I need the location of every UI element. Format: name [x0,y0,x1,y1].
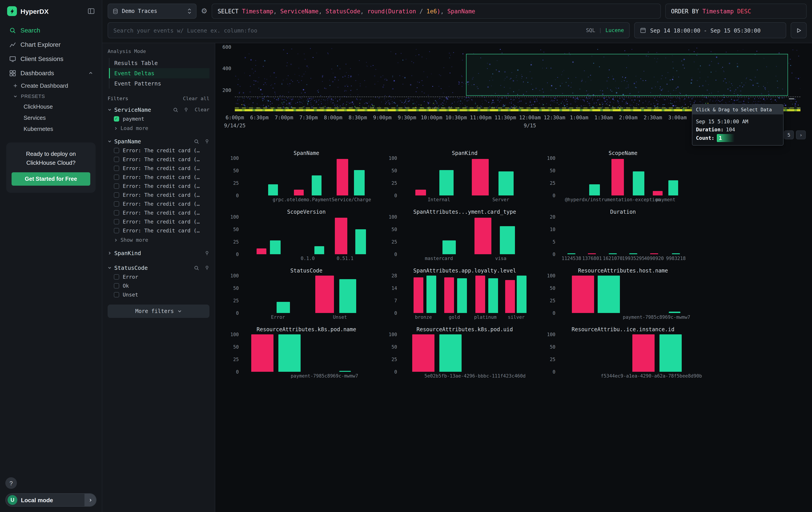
presets-toggle[interactable]: PRESETS [10,91,96,101]
local-mode-button[interactable]: U Local mode [5,493,96,507]
mini-chart-plot[interactable] [558,334,688,372]
mini-chart-plot[interactable] [242,334,371,372]
sidebar-item-search[interactable]: Search [6,23,96,37]
search-icon[interactable] [173,107,178,112]
sidebar-item-services[interactable]: Services [10,112,96,123]
filter-checkbox-row[interactable]: payment [108,114,209,123]
search-icon[interactable] [194,265,199,270]
checkbox[interactable] [114,219,119,224]
date-range-picker[interactable]: Sep 14 18:00:00 - Sep 15 05:30:00 [634,22,786,38]
filter-checkbox-row[interactable]: Unset [108,290,209,299]
filter-checkbox-row[interactable]: Error: The credit card (… [108,208,209,217]
mini-chart-plot[interactable] [400,334,529,372]
y-tick-label: 100 [230,332,239,337]
clear-all-button[interactable]: Clear all [183,96,209,102]
search-icon[interactable] [194,139,199,144]
sql-query-input[interactable]: SELECT Timestamp, ServiceName, StatusCod… [212,4,661,19]
mini-chart-xaxis: grpc.oteldemo.PaymentService/Charge [242,195,371,203]
help-button[interactable]: ? [5,477,17,489]
checkbox[interactable] [114,228,119,233]
filter-checkbox-row[interactable]: Error: The credit card (… [108,191,209,199]
create-dashboard-button[interactable]: Create Dashboard [10,80,96,91]
mini-chart-plot[interactable] [558,158,688,195]
mini-chart-body: 02550100 [541,276,688,313]
filter-group-header[interactable]: StatusCode [108,263,209,272]
x-tick-label: payment-7985c8969c-mwmw7 [291,373,358,378]
clear-filter-button[interactable]: Clear [195,107,209,113]
collapse-sidebar-icon[interactable] [88,7,95,15]
filter-checkbox-row[interactable]: Error: The credit card (… [108,164,209,173]
checkbox[interactable] [114,192,119,198]
checkbox[interactable] [114,283,119,289]
filter-checkbox-row[interactable]: Error: The credit card (… [108,173,209,182]
checkbox[interactable] [114,174,119,180]
checkbox[interactable] [114,116,119,122]
filter-checkbox-row[interactable]: Error: The credit card (… [108,217,209,226]
filter-checkbox-row[interactable]: Error: The credit card (… [108,226,209,235]
sidebar-item-dashboards[interactable]: Dashboards [6,66,96,80]
chevron-right-icon [114,238,118,242]
pin-icon[interactable] [184,107,188,112]
checkbox[interactable] [114,292,119,297]
checkbox[interactable] [114,166,119,171]
analysis-mode-option[interactable]: Event Patterns [109,78,209,89]
checkbox[interactable] [114,183,119,189]
filter-checkbox-row[interactable]: Error: The credit card (… [108,199,209,208]
checkbox[interactable] [114,201,119,207]
next-page-button[interactable]: › [796,131,806,139]
order-by-input[interactable]: ORDER BY Timestamp DESC [665,4,807,19]
order-by-token: DESC [737,8,751,15]
filter-checkbox-row[interactable]: Ok [108,281,209,290]
get-started-button[interactable]: Get Started for Free [11,172,90,186]
analysis-mode-option[interactable]: Event Deltas [109,68,209,78]
checkbox[interactable] [114,157,119,162]
filter-checkbox-row[interactable]: Error: The credit card (… [108,146,209,155]
heatmap-plot[interactable] [235,45,801,112]
lucene-mode-toggle[interactable]: Lucene [605,27,624,33]
source-select[interactable]: Demo Traces [108,4,197,19]
drag-selection-box[interactable] [466,54,788,96]
analysis-mode-option[interactable]: Results Table [109,58,209,68]
mini-chart-xaxis: f5344ec9-a1ea-4290-a62a-78f5bee8d90b [558,372,688,379]
sidebar-item-kubernetes[interactable]: Kubernetes [10,123,96,134]
mini-chart-xaxis: mastercardvisa [400,254,529,261]
tooltip-duration: Duration:104 [696,126,780,134]
bar-green [279,334,301,372]
mini-chart-xaxis: payment-7985c8969c-mwmw7 [558,313,688,320]
chevron-right-icon[interactable] [85,494,96,506]
collapse-handle-icon[interactable] [789,99,794,99]
filter-group-header[interactable]: ServiceNameClear [108,105,209,114]
filter-checkbox-row[interactable]: Error: The credit card (… [108,182,209,191]
page-button[interactable]: 5 [784,131,794,139]
run-query-button[interactable] [791,22,807,38]
sidebar-item-client-sessions[interactable]: Client Sessions [6,52,96,66]
load-more-button[interactable]: Load more [108,123,209,131]
checkbox[interactable] [114,148,119,153]
mini-chart-plot[interactable] [558,217,688,254]
mini-chart-plot[interactable] [558,276,688,313]
load-more-button[interactable]: Show more [108,235,209,243]
filter-checkbox-row[interactable]: Error [108,272,209,281]
mini-chart-plot[interactable] [242,217,371,254]
pin-icon[interactable] [205,251,209,255]
settings-gear-icon[interactable]: ⚙ [201,7,207,15]
pin-icon[interactable] [205,139,209,144]
checkbox[interactable] [114,274,119,279]
filter-group-header[interactable]: SpanName [108,137,209,146]
sql-mode-toggle[interactable]: SQL [586,27,595,33]
search-bar[interactable]: SQL | Lucene [108,22,630,38]
pin-icon[interactable] [205,265,209,270]
search-input[interactable] [113,27,582,34]
filter-group-header[interactable]: SpanKind [108,248,209,258]
sidebar-item-chart-explorer[interactable]: Chart Explorer [6,37,96,52]
checkbox[interactable] [114,210,119,215]
filter-checkbox-row[interactable]: Error: The credit card (… [108,155,209,164]
select-chevrons-icon [187,8,192,14]
mini-chart-plot[interactable] [400,276,529,313]
mini-chart-plot[interactable] [242,158,371,195]
more-filters-button[interactable]: More filters [108,304,209,318]
mini-chart-plot[interactable] [400,158,529,195]
mini-chart-plot[interactable] [242,276,371,313]
mini-chart-plot[interactable] [400,217,529,254]
sidebar-item-clickhouse[interactable]: ClickHouse [10,101,96,112]
